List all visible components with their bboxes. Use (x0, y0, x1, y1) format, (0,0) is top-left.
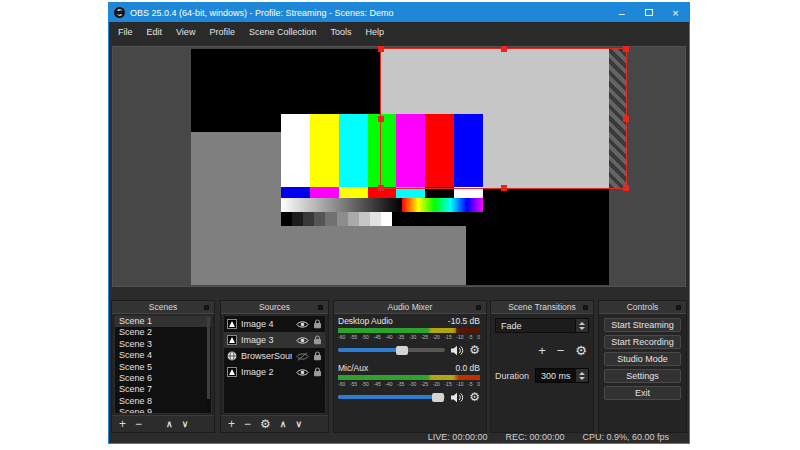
lock-icon[interactable] (313, 319, 322, 329)
selection-handle[interactable] (623, 46, 629, 52)
selection-handle[interactable] (378, 116, 384, 122)
sources-toolbar: + − ⚙ ∧ ∨ (221, 415, 328, 432)
selection-handle[interactable] (501, 46, 507, 52)
minimize-button[interactable]: – (608, 3, 635, 22)
selection-handle[interactable] (623, 116, 629, 122)
settings-button[interactable]: Settings (604, 369, 681, 383)
visibility-eye-icon[interactable] (296, 368, 309, 377)
channel-settings-gear-icon[interactable]: ⚙ (469, 344, 480, 356)
menu-file[interactable]: File (118, 27, 133, 37)
transition-select[interactable]: Fade (495, 318, 589, 333)
menu-view[interactable]: View (176, 27, 195, 37)
visibility-eye-icon[interactable] (296, 320, 309, 329)
exit-button[interactable]: Exit (604, 386, 681, 400)
scene-item[interactable]: Scene 1 (115, 316, 211, 327)
audio-mixer-panel: Audio Mixer Desktop Audio -10.5 dB -60-5… (333, 300, 487, 433)
duration-spinner[interactable] (575, 369, 588, 382)
add-transition-icon[interactable]: + (538, 342, 546, 359)
source-item[interactable]: Image 4 (224, 316, 325, 332)
volume-meter (338, 375, 480, 380)
duration-label: Duration (495, 371, 529, 381)
rec-timer: REC: 00:00:00 (505, 432, 564, 442)
scenes-list[interactable]: Scene 1 Scene 2 Scene 3 Scene 4 Scene 5 … (114, 315, 212, 414)
selection-handle[interactable] (378, 46, 384, 52)
volume-slider[interactable] (338, 395, 445, 399)
visibility-eye-off-icon[interactable] (296, 352, 309, 361)
live-timer: LIVE: 00:00:00 (428, 432, 488, 442)
menu-profile[interactable]: Profile (209, 27, 235, 37)
remove-transition-icon[interactable]: − (557, 342, 565, 359)
source-properties-gear-icon[interactable]: ⚙ (260, 418, 271, 430)
lock-icon[interactable] (313, 367, 322, 377)
start-streaming-button[interactable]: Start Streaming (604, 318, 681, 332)
channel-name: Desktop Audio (338, 316, 393, 326)
selection-handle[interactable] (378, 185, 384, 191)
transitions-panel-header[interactable]: Scene Transitions (491, 301, 593, 314)
scenes-scrollbar[interactable] (207, 317, 210, 412)
close-button[interactable]: × (662, 3, 689, 22)
scenes-panel-header[interactable]: Scenes (112, 301, 214, 314)
transitions-panel-title: Scene Transitions (508, 302, 576, 312)
visibility-eye-icon[interactable] (296, 336, 309, 345)
source-item[interactable]: BrowserSource (224, 348, 325, 364)
dock-pin-icon[interactable] (676, 305, 681, 310)
move-scene-up-icon[interactable]: ∧ (166, 416, 173, 433)
scene-item[interactable]: Scene 4 (115, 350, 211, 361)
sources-panel: Sources Image 4 Image 3 (220, 300, 329, 433)
scene-item[interactable]: Scene 3 (115, 339, 211, 350)
move-source-up-icon[interactable]: ∧ (280, 416, 287, 433)
start-recording-button[interactable]: Start Recording (604, 335, 681, 349)
source-item-selected[interactable]: Image 3 (224, 332, 325, 348)
scene-item[interactable]: Scene 5 (115, 362, 211, 373)
scene-item[interactable]: Scene 6 (115, 373, 211, 384)
sources-list[interactable]: Image 4 Image 3 (223, 315, 326, 414)
controls-panel-header[interactable]: Controls (599, 301, 686, 314)
image-source-icon (227, 319, 237, 329)
scene-item[interactable]: Scene 9 (115, 407, 211, 414)
scene-item[interactable]: Scene 2 (115, 327, 211, 338)
volume-slider-knob[interactable] (396, 346, 408, 355)
preview-area[interactable] (112, 46, 686, 287)
selection-rect[interactable] (380, 48, 627, 189)
move-scene-down-icon[interactable]: ∨ (182, 416, 189, 433)
source-item[interactable]: Image 2 (224, 364, 325, 380)
lock-icon[interactable] (313, 335, 322, 345)
obs-window: OBS 25.0.4 (64-bit, windows) - Profile: … (108, 2, 690, 444)
menu-help[interactable]: Help (365, 27, 384, 37)
selection-handle[interactable] (501, 185, 507, 191)
title-bar[interactable]: OBS 25.0.4 (64-bit, windows) - Profile: … (109, 3, 689, 22)
dock-pin-icon[interactable] (204, 305, 209, 310)
meter-scale: -60-55 -50-45 -40-35 -30-25 -20-15 -10-5… (338, 334, 480, 340)
studio-mode-button[interactable]: Studio Mode (604, 352, 681, 366)
transition-properties-gear-icon[interactable]: ⚙ (575, 345, 587, 357)
menu-tools[interactable]: Tools (330, 27, 351, 37)
duration-input[interactable]: 300 ms (535, 368, 589, 383)
sources-panel-title: Sources (259, 302, 290, 312)
transition-select-spinner[interactable] (575, 319, 588, 332)
dock-pin-icon[interactable] (476, 305, 481, 310)
speaker-icon[interactable] (450, 345, 464, 356)
move-source-down-icon[interactable]: ∨ (295, 416, 302, 433)
add-scene-icon[interactable]: + (119, 416, 126, 433)
add-source-icon[interactable]: + (228, 416, 235, 433)
volume-slider-knob[interactable] (432, 393, 444, 402)
volume-slider[interactable] (338, 348, 445, 352)
selection-handle[interactable] (623, 185, 629, 191)
sources-panel-header[interactable]: Sources (221, 301, 328, 314)
mixer-panel-header[interactable]: Audio Mixer (334, 301, 486, 314)
window-title: OBS 25.0.4 (64-bit, windows) - Profile: … (130, 8, 394, 18)
speaker-icon[interactable] (450, 392, 464, 403)
menu-edit[interactable]: Edit (147, 27, 163, 37)
channel-settings-gear-icon[interactable]: ⚙ (469, 391, 480, 403)
dock-pin-icon[interactable] (318, 305, 323, 310)
dock-pin-icon[interactable] (583, 305, 588, 310)
lock-icon[interactable] (313, 351, 322, 361)
remove-scene-icon[interactable]: − (135, 416, 142, 433)
scene-item[interactable]: Scene 8 (115, 396, 211, 407)
remove-source-icon[interactable]: − (244, 416, 251, 433)
menu-scene-collection[interactable]: Scene Collection (249, 27, 317, 37)
grayscale-steps-row (281, 212, 483, 226)
menu-bar: File Edit View Profile Scene Collection … (109, 22, 689, 41)
scene-item[interactable]: Scene 7 (115, 384, 211, 395)
maximize-button[interactable] (635, 3, 662, 22)
